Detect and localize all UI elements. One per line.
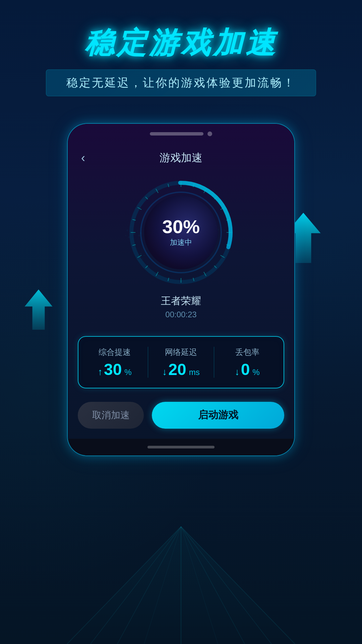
speed-gauge: 30% 加速中	[127, 179, 235, 286]
start-game-button[interactable]: 启动游戏	[152, 402, 284, 429]
status-bar	[68, 124, 294, 144]
stat-comprehensive-value: ↑ 30 %	[98, 362, 132, 378]
nav-bar: ‹ 游戏加速	[68, 144, 294, 172]
gauge-status: 加速中	[170, 237, 192, 248]
gauge-percent: 30%	[162, 217, 200, 236]
stat-comprehensive: 综合提速 ↑ 30 %	[85, 347, 144, 378]
stat-packet-loss-value: ↓ 0 %	[235, 362, 260, 378]
stat-comprehensive-unit: %	[124, 368, 131, 377]
stat-divider-1	[148, 347, 148, 378]
stat-latency-value: ↓ 20 ms	[162, 362, 199, 378]
stat-latency-number: 20	[168, 362, 186, 378]
subtitle-bar: 稳定无延迟，让你的游戏体验更加流畅！	[46, 69, 316, 96]
camera-dot	[207, 131, 212, 136]
phone-bottom-bar	[68, 439, 294, 455]
stat-latency-arrow: ↓	[162, 367, 167, 377]
stat-comprehensive-arrow: ↑	[98, 367, 103, 377]
action-buttons: 取消加速 启动游戏	[68, 395, 294, 439]
main-title: 稳定游戏加速	[84, 27, 278, 59]
notch	[150, 132, 203, 136]
phone-screen: ‹ 游戏加速	[68, 124, 294, 455]
nav-title: 游戏加速	[160, 151, 202, 165]
header-section: 稳定游戏加速 稳定无延迟，让你的游戏体验更加流畅！	[0, 0, 362, 110]
svg-marker-0	[24, 289, 52, 330]
light-rays-container	[0, 527, 362, 644]
phone-section: ‹ 游戏加速	[30, 123, 332, 456]
home-indicator	[147, 446, 215, 448]
page-wrapper: 稳定游戏加速 稳定无延迟，让你的游戏体验更加流畅！	[0, 0, 362, 644]
nav-back-button[interactable]: ‹	[81, 151, 85, 165]
stat-comprehensive-number: 30	[104, 362, 122, 378]
stat-packet-loss: 丢包率 ↓ 0 %	[218, 347, 277, 378]
stat-packet-loss-unit: %	[252, 368, 259, 377]
stat-packet-loss-number: 0	[241, 362, 250, 378]
svg-point-7	[125, 235, 126, 236]
gauge-area: 30% 加速中 王者荣耀 00:00:23	[68, 172, 294, 329]
stat-latency: 网络延迟 ↓ 20 ms	[152, 347, 211, 378]
cancel-button[interactable]: 取消加速	[78, 402, 144, 429]
stat-divider-2	[214, 347, 214, 378]
stat-packet-loss-arrow: ↓	[235, 367, 240, 377]
stats-panel: 综合提速 ↑ 30 % 网络延迟 ↓ 20	[78, 336, 284, 388]
phone-frame: ‹ 游戏加速	[67, 123, 295, 456]
stat-comprehensive-label: 综合提速	[99, 347, 131, 358]
stat-latency-label: 网络延迟	[165, 347, 197, 358]
subtitle-text: 稳定无延迟，让你的游戏体验更加流畅！	[66, 76, 296, 89]
stat-packet-loss-label: 丢包率	[235, 347, 259, 358]
gauge-inner: 30% 加速中	[144, 196, 218, 269]
stat-latency-unit: ms	[189, 368, 200, 377]
